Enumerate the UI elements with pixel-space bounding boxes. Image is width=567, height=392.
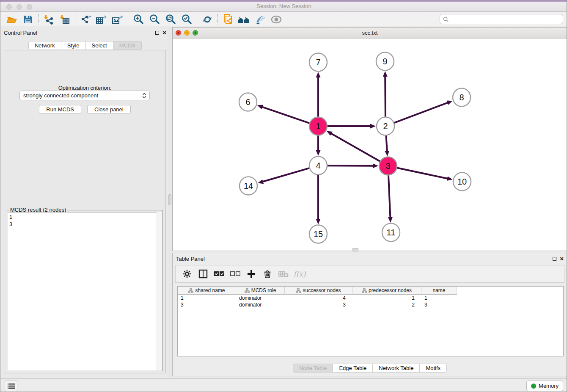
gear-button[interactable] (180, 267, 194, 281)
export-network-button[interactable] (77, 13, 94, 26)
close-panel-button[interactable]: Close panel (87, 105, 131, 114)
tab-network-table[interactable]: Network Table (373, 364, 420, 373)
tab-node-table[interactable]: Node Table (293, 364, 333, 373)
duplicate-network-icon (223, 14, 234, 25)
search-field[interactable] (440, 14, 563, 24)
open-session-button[interactable] (4, 13, 20, 26)
sort-column-icon[interactable] (296, 288, 301, 293)
graph-node-4[interactable]: 4 (309, 157, 327, 175)
column-header-name[interactable]: name (421, 287, 457, 295)
result-scrollbar[interactable] (157, 212, 162, 370)
table-cell: 3 (421, 301, 457, 308)
status-bar: Memory (0, 378, 567, 392)
float-panel-icon[interactable] (155, 31, 159, 35)
column-header-label: predecessor nodes (369, 287, 412, 293)
close-panel-icon[interactable]: × (162, 30, 166, 35)
memory-button[interactable]: Memory (526, 381, 563, 391)
close-table-panel-icon[interactable]: × (560, 257, 564, 261)
graph-node-11[interactable]: 11 (382, 224, 400, 242)
select-all-columns-icon (214, 271, 224, 277)
search-input[interactable] (451, 16, 560, 22)
window-title: Session: New Session (0, 3, 567, 9)
select-all-columns-button[interactable] (212, 267, 226, 281)
import-table-button[interactable] (57, 13, 73, 26)
export-image-icon (112, 14, 124, 25)
table-header-row: shared nameMCDS rolesuccessor nodesprede… (178, 287, 563, 295)
run-mcds-button[interactable]: Run MCDS (39, 105, 81, 114)
sort-column-icon[interactable] (188, 288, 193, 293)
zoom-fit-button[interactable] (162, 13, 179, 26)
horizontal-split-handle[interactable] (352, 248, 358, 251)
graph-node-10[interactable]: 10 (453, 173, 471, 191)
zoom-out-button[interactable] (146, 13, 162, 26)
graph-node-14[interactable]: 14 (239, 177, 257, 195)
delete-column-button[interactable] (260, 267, 275, 281)
edge-2-3[interactable] (386, 135, 387, 152)
tab-select[interactable]: Select (86, 41, 113, 50)
column-header-shared-name[interactable]: shared name (178, 287, 236, 295)
tab-motifs[interactable]: Motifs (420, 364, 447, 373)
tab-edge-table[interactable]: Edge Table (333, 364, 373, 373)
edge-2-8[interactable] (394, 102, 449, 123)
deselect-all-columns-button[interactable] (228, 267, 242, 281)
graph-node-2[interactable]: 2 (377, 117, 394, 135)
graph-node-15[interactable]: 15 (309, 225, 327, 243)
table-cell: 2 (352, 301, 421, 308)
network-titlebar[interactable]: × − + scc.txt (173, 28, 567, 39)
delete-table-button[interactable] (276, 267, 291, 281)
split-columns-button[interactable] (196, 267, 210, 281)
graph-node-7[interactable]: 7 (309, 53, 327, 72)
table-panel-title: Table Panel (176, 256, 205, 262)
criterion-dropdown[interactable]: strongly connected component (19, 91, 150, 100)
export-image-button[interactable] (110, 13, 126, 26)
task-history-button[interactable] (5, 381, 17, 391)
vertical-split-handle[interactable] (168, 194, 171, 205)
duplicate-network-button[interactable] (220, 13, 236, 26)
table-row[interactable]: 1dominator411 (178, 295, 563, 301)
add-column-button[interactable] (244, 267, 259, 281)
table-row[interactable]: 3dominator323 (178, 301, 563, 308)
save-session-button[interactable] (20, 13, 36, 26)
mcds-result-text[interactable]: 13 (8, 212, 162, 370)
tab-mcds[interactable]: MCDS (113, 41, 142, 50)
function-builder-button[interactable]: f(x) (292, 267, 307, 281)
column-header-MCDS-role[interactable]: MCDS role (236, 287, 285, 295)
tab-network[interactable]: Network (28, 41, 61, 50)
edge-1-6[interactable] (261, 107, 309, 123)
column-header-successor-nodes[interactable]: successor nodes (285, 287, 352, 295)
node-label: 1 (316, 121, 320, 131)
graph-node-9[interactable]: 9 (376, 52, 394, 71)
save-session-icon (23, 14, 33, 25)
export-table-button[interactable] (94, 13, 110, 26)
tab-style[interactable]: Style (61, 41, 86, 50)
edge-2-9[interactable] (385, 76, 385, 117)
graph-node-6[interactable]: 6 (239, 93, 257, 111)
apply-style-icon (255, 14, 266, 25)
network-graph[interactable]: 7968124314101511 (173, 39, 567, 251)
node-label: 14 (244, 181, 253, 190)
sort-column-icon[interactable] (245, 288, 250, 293)
graph-node-1[interactable]: 1 (309, 117, 327, 135)
edge-3-11[interactable] (388, 175, 391, 218)
zoom-selected-button[interactable] (179, 13, 195, 26)
graph-node-3[interactable]: 3 (379, 157, 397, 175)
show-hide-button[interactable] (268, 13, 284, 26)
edge-4-14[interactable] (262, 168, 309, 182)
edge-3-10[interactable] (397, 168, 448, 179)
network-canvas[interactable]: 7968124314101511 (173, 39, 567, 251)
first-neighbors-button[interactable] (236, 13, 252, 26)
apply-style-button[interactable] (252, 13, 268, 26)
edge-3-1[interactable] (331, 133, 380, 161)
edge-4-3[interactable] (328, 166, 374, 166)
column-header-predecessor-nodes[interactable]: predecessor nodes (352, 287, 421, 295)
export-network-icon (80, 14, 91, 25)
graph-node-8[interactable]: 8 (453, 88, 471, 107)
float-table-panel-icon[interactable] (553, 257, 556, 261)
node-table[interactable]: shared nameMCDS rolesuccessor nodesprede… (177, 286, 564, 356)
delete-table-icon (278, 270, 289, 278)
delete-column-icon (264, 270, 271, 279)
import-network-button[interactable] (41, 13, 57, 26)
zoom-in-button[interactable] (130, 13, 146, 26)
sort-column-icon[interactable] (362, 288, 367, 293)
refresh-layout-button[interactable] (199, 13, 215, 26)
